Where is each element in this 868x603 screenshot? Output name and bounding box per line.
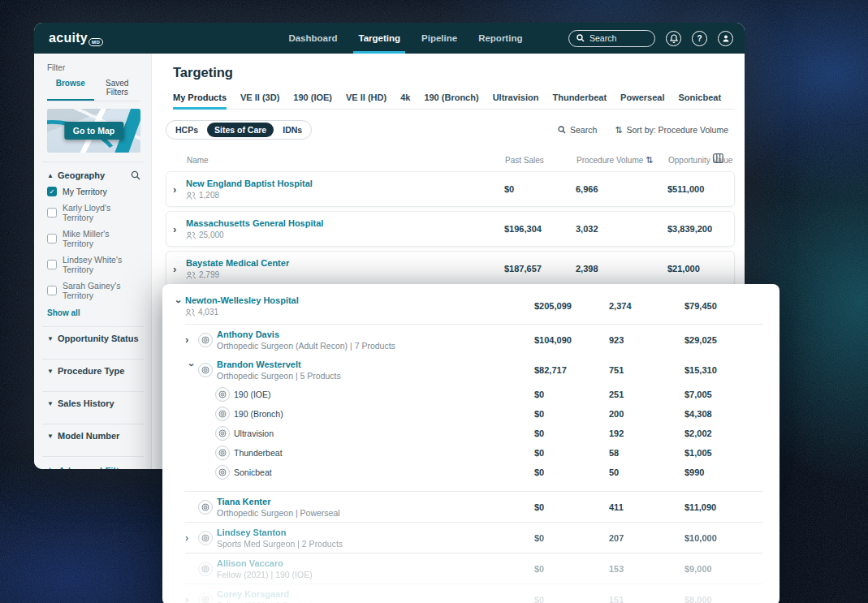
tab-ultravision[interactable]: Ultravision: [493, 93, 539, 109]
table-row[interactable]: › Massachusetts General Hospital 25,000 …: [166, 211, 735, 247]
section-procedure-type[interactable]: ▼ Procedure Type: [47, 360, 140, 382]
product-row[interactable]: Sonicbeat $0 50 $990: [162, 463, 779, 482]
chevron-right-icon[interactable]: ›: [173, 224, 186, 235]
tab-saved-filters[interactable]: Saved Filters: [94, 79, 141, 101]
site-link[interactable]: Baystate Medical Center: [186, 258, 289, 268]
opportunity-value: $8,000: [684, 595, 779, 603]
column-name: Name: [172, 156, 505, 165]
procedure-volume-value: 50: [609, 467, 684, 477]
site-link[interactable]: Newton-Wellesley Hospital: [185, 295, 299, 305]
nav-item-dashboard[interactable]: Dashboard: [288, 23, 337, 54]
nav-item-targeting[interactable]: Targeting: [358, 23, 400, 54]
hcp-link[interactable]: Corey Korsgaard: [217, 589, 316, 599]
hcp-row[interactable]: › Anthony Davis Orthopedic Surgeon (Adul…: [162, 325, 779, 355]
chevron-right-icon[interactable]: ›: [173, 184, 186, 195]
section-opportunity-status[interactable]: ▼ Opportunity Status: [47, 327, 140, 350]
hcp-row[interactable]: › Corey Korsgaard Fellow (2021) | 2 Prod…: [162, 584, 779, 603]
chevron-right-icon[interactable]: ›: [173, 264, 186, 274]
product-name: Thunderbeat: [234, 448, 283, 458]
product-row[interactable]: Ultravision $0 192 $2,002: [162, 424, 779, 443]
tab-ve-ii-hd[interactable]: VE II (HD): [346, 93, 386, 109]
chevron-right-icon[interactable]: ›: [185, 594, 198, 603]
chevron-right-icon[interactable]: ›: [185, 334, 198, 345]
tab-my-products[interactable]: My Products: [173, 93, 227, 109]
past-sales-value: $187,657: [504, 264, 576, 274]
territory-checkbox-sarah[interactable]: Sarah Gainey's Territory: [47, 281, 140, 300]
hcp-link[interactable]: Tiana Kenter: [217, 497, 340, 506]
chevron-down-icon[interactable]: ›: [187, 364, 197, 377]
user-avatar-icon: [722, 34, 730, 42]
hcp-link[interactable]: Lindsey Stanton: [217, 528, 343, 537]
columns-settings-icon[interactable]: [713, 153, 723, 163]
segment-idns[interactable]: IDNs: [275, 123, 309, 137]
tab-powerseal[interactable]: Powerseal: [620, 93, 664, 109]
segment-sites-of-care[interactable]: Sites of Care: [207, 123, 274, 137]
sort-by-button[interactable]: ⇅ Sort by: Procedure Volume: [615, 125, 728, 136]
product-row[interactable]: Thunderbeat $0 58 $1,005: [162, 443, 779, 463]
help-button[interactable]: ?: [692, 31, 707, 46]
site-link[interactable]: New England Baptist Hospital: [186, 179, 313, 188]
past-sales-value: $0: [534, 390, 609, 399]
nav-item-reporting[interactable]: Reporting: [478, 23, 522, 54]
advanced-filters-button[interactable]: + Advanced Filters: [47, 457, 140, 469]
top-navbar: acuity MD Dashboard Targeting Pipeline R…: [34, 23, 745, 54]
expanded-site-row[interactable]: › Newton-Wellesley Hospital 4,031 $205,0…: [162, 288, 779, 324]
hcp-row[interactable]: › Brandon Westervelt Orthopedic Surgeon …: [162, 355, 779, 385]
product-row[interactable]: 190 (IOE) $0 251 $7,005: [162, 385, 779, 404]
hcp-count: 25,000: [199, 230, 224, 239]
site-link[interactable]: Massachusetts General Hospital: [186, 218, 323, 228]
chevron-right-icon[interactable]: ›: [185, 532, 198, 543]
checkbox-icon[interactable]: [47, 208, 57, 218]
tab-browse[interactable]: Browse: [47, 79, 94, 101]
sort-arrows-icon: ⇅: [615, 125, 622, 136]
territory-checkbox-mike[interactable]: Mike Miller's Territory: [47, 229, 140, 248]
tab-190-bronch[interactable]: 190 (Bronch): [424, 93, 478, 109]
app-logo[interactable]: acuity MD: [49, 23, 103, 54]
target-icon: [215, 446, 230, 460]
nav-item-pipeline[interactable]: Pipeline: [421, 23, 457, 54]
global-search-input[interactable]: Search: [568, 30, 655, 47]
hcp-row[interactable]: Tiana Kenter Orthopedic Surgeon | Powers…: [162, 492, 779, 522]
table-search-button[interactable]: Search: [558, 125, 597, 135]
section-sales-history[interactable]: ▼ Sales History: [47, 392, 140, 415]
target-icon: [198, 500, 213, 515]
checkbox-checked-icon[interactable]: ✓: [47, 187, 57, 196]
logo-md-badge: MD: [89, 38, 103, 46]
table-row[interactable]: › Baystate Medical Center 2,799 $187,657…: [166, 251, 735, 286]
hcp-row[interactable]: Allison Vaccaro Fellow (2021) | 190 (IOE…: [162, 553, 779, 584]
tab-sonicbeat[interactable]: Sonicbeat: [679, 93, 722, 109]
territory-checkbox-my[interactable]: ✓ My Territory: [47, 187, 140, 196]
column-procedure-volume[interactable]: Procedure Volume ⇅: [577, 155, 668, 166]
checkbox-icon[interactable]: [47, 260, 57, 269]
territory-checkbox-lindsey[interactable]: Lindsey White's Territory: [47, 255, 140, 274]
chevron-down-icon[interactable]: ›: [174, 299, 184, 312]
geography-section-header[interactable]: ▲ Geography: [47, 170, 140, 180]
map-thumbnail[interactable]: Go to Map: [47, 109, 140, 153]
territory-checkbox-karly[interactable]: Karly Lloyd's Territory: [47, 203, 140, 222]
tab-thunderbeat[interactable]: Thunderbeat: [552, 93, 607, 109]
checkbox-icon[interactable]: [47, 234, 57, 243]
opportunity-value: $511,000: [667, 184, 734, 194]
product-name: Ultravision: [234, 429, 274, 438]
geography-search-icon[interactable]: [131, 170, 140, 180]
hcp-row[interactable]: › Lindsey Stanton Sports Med Surgeon | 2…: [162, 523, 779, 553]
procedure-volume-value: 411: [609, 502, 684, 512]
section-model-number[interactable]: ▼ Model Number: [47, 424, 140, 447]
product-row[interactable]: 190 (Bronch) $0 200 $4,308: [162, 404, 779, 424]
hcp-link[interactable]: Anthony Davis: [217, 329, 395, 339]
go-to-map-button[interactable]: Go to Map: [64, 122, 123, 140]
tab-190-ioe[interactable]: 190 (IOE): [293, 93, 332, 109]
procedure-volume-value: 923: [609, 335, 684, 345]
procedure-volume-value: 200: [609, 409, 684, 419]
hcp-subtitle: Sports Med Surgeon | 2 Products: [217, 539, 343, 549]
tab-4k[interactable]: 4k: [400, 93, 410, 109]
show-all-link[interactable]: Show all: [47, 308, 140, 317]
segment-hcps[interactable]: HCPs: [168, 123, 205, 137]
hcp-link[interactable]: Allison Vaccaro: [217, 558, 313, 568]
notifications-button[interactable]: [666, 31, 681, 46]
account-button[interactable]: [718, 31, 733, 46]
tab-ve-ii-3d[interactable]: VE II (3D): [240, 93, 279, 109]
table-row[interactable]: › New England Baptist Hospital 1,208 $0 …: [166, 171, 735, 207]
checkbox-icon[interactable]: [47, 286, 57, 295]
hcp-link[interactable]: Brandon Westervelt: [217, 360, 341, 369]
